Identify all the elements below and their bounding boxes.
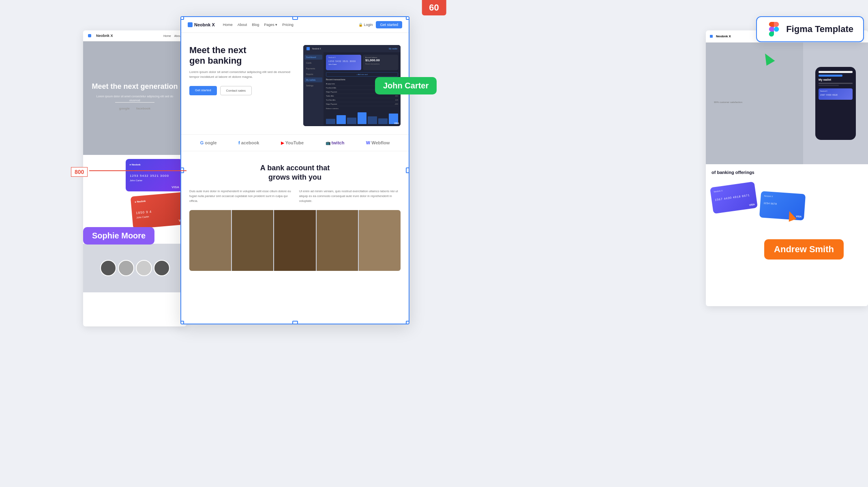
face-2 [232, 210, 274, 271]
visa-rf: VISA [749, 203, 755, 206]
right-frame: Neobnk X Home About Pages ▾ Pricing Get … [706, 30, 868, 306]
figma-badge-text: Figma Template [786, 24, 853, 34]
rf-phone: My wallet Neobnk X 1567 4430 4918 [815, 67, 856, 140]
db-sidebar-wallet: My wallets [304, 77, 322, 82]
hero-heading: Meet the next gen banking [189, 45, 299, 67]
hero-left: Meet the next gen banking Lorem ipsum do… [189, 45, 299, 126]
figma-icon [767, 22, 781, 36]
login-link[interactable]: 🔒 Login [358, 23, 373, 27]
handle-tm[interactable] [292, 16, 298, 20]
db-card-row: Neobnk X 1253 5432 3521 3000 John Carter… [326, 55, 398, 70]
handle-mr[interactable] [406, 167, 409, 173]
person-3 [136, 260, 152, 276]
card-logo-2: ▸ Neobnk [135, 196, 184, 203]
left-frame-cards: ▸ Neobnk 1253 5432 3521 3000 John Carter… [83, 155, 186, 231]
db-chart [326, 109, 398, 125]
rf-logo-icon [710, 35, 713, 38]
card-name: John Carter [130, 179, 178, 182]
left-frame-hero: Meet the next generation Lorem ipsum dol… [83, 41, 186, 155]
db-sidebar-payments: Payments [304, 66, 322, 71]
visa-label: VISA [171, 185, 179, 189]
rf-card-2: Neobnk X 1234 5678 VISA [759, 191, 806, 221]
logo-icon [188, 22, 193, 27]
handle-bm[interactable] [292, 321, 298, 324]
left-frame: Neobnk X Home About Meet the next genera… [83, 30, 186, 326]
bank-section: A bank account that grows with you Duis … [181, 151, 409, 283]
left-frame-team [83, 244, 186, 292]
left-frame-nav: Neobnk X Home About [83, 30, 186, 41]
bar-5 [368, 116, 377, 124]
main-nav-links: Home About Blog Pages ▾ Pricing [223, 23, 294, 27]
face-1 [189, 210, 231, 271]
figma-badge: Figma Template [756, 16, 864, 42]
handle-bl[interactable] [180, 321, 184, 324]
card-logo: ▸ Neobnk [130, 163, 178, 166]
rf-card-num: 1567 4430 4918 8671 [715, 193, 753, 202]
main-nav-right: 🔒 Login Get started [358, 21, 402, 28]
left-frame-logo: Neobnk X [96, 34, 113, 38]
handle-tr[interactable] [406, 16, 409, 20]
logo-webflow: WWebflow [366, 140, 390, 145]
sophie-moore-badge: Sophie Moore [83, 227, 154, 245]
db-header: Neobnk X My wallet [303, 45, 401, 52]
rf-hero: 99% customer satisfaction My wallet Neob… [706, 43, 868, 164]
bar-4 [358, 112, 367, 124]
hero-cta-primary[interactable]: Get started [189, 86, 217, 95]
bank-heading: A bank account that grows with you [189, 163, 401, 182]
left-frame-nav-links: Home About [163, 34, 182, 37]
hero-buttons: Get started Contact sales [189, 86, 299, 95]
left-card-2: ▸ Neobnk 1850 9 4 John Carter VISA [131, 192, 186, 229]
hero-description: Lorem ipsum dolor sit amet consectetur a… [189, 70, 299, 79]
logo-google: Google [200, 140, 217, 145]
tx-6: Stripe Payment+$80 [326, 102, 398, 106]
bar-3 [347, 118, 356, 124]
team-image [189, 210, 401, 271]
rf-logo-text: Neobnk X [716, 34, 731, 38]
rf-heading: of banking offerings [712, 170, 862, 175]
db-sidebar-reports: Reports [304, 72, 322, 77]
main-frame: Neobnk X Home About Blog Pages ▾ Pricing… [180, 16, 409, 324]
logo-youtube: ▶YouTube [281, 140, 304, 145]
rf-hero-right: My wallet Neobnk X 1567 4430 4918 [803, 43, 868, 164]
face-3 [274, 210, 316, 271]
left-frame-logos: google facebook [115, 102, 154, 114]
rf-hero-left: 99% customer satisfaction [706, 43, 803, 164]
handle-tl[interactable] [180, 16, 184, 20]
left-hero-heading: Meet the next generation [92, 82, 178, 91]
db-sidebar-settings: Settings [304, 83, 322, 88]
db-sidebar-dashboard: Dashboard [304, 55, 322, 60]
andrew-smith-badge: Andrew Smith [764, 239, 844, 260]
rf-card-1: Neobnk X 1567 4430 4918 8671 VISA [710, 182, 758, 214]
hero-cta-secondary[interactable]: Contact sales [220, 86, 252, 95]
db-sidebar-cards: Cards [304, 60, 322, 65]
top-badge: 60 [422, 0, 446, 15]
ruler-line [89, 170, 186, 171]
db-logo [306, 47, 310, 50]
bar-2 [336, 115, 346, 124]
person-4 [154, 260, 170, 276]
tx-4: Twitter Ads-$15 [326, 94, 398, 98]
person-2 [118, 260, 134, 276]
add-new-card: + Add new card [326, 72, 398, 77]
card-number: 1253 5432 3521 3000 [130, 174, 178, 178]
ruler-label: 800 [71, 167, 88, 177]
get-started-btn[interactable]: Get started [376, 21, 402, 28]
bank-col-2: Ut enim ad minim veniam, quis nostrud ex… [299, 189, 401, 204]
main-hero: Meet the next gen banking Lorem ipsum do… [181, 33, 409, 134]
db-sidebar: Dashboard Cards Payments Reports My wall… [303, 52, 324, 125]
handle-br[interactable] [406, 321, 409, 324]
team-people [100, 260, 170, 276]
visa-rf-2: VISA [796, 215, 802, 218]
left-hero-text: Lorem ipsum dolor sit amet consectetur a… [91, 94, 178, 103]
main-logos-bar: Google facebook ▶YouTube 📺twitch WWebflo… [181, 134, 409, 151]
tx-5: YouTube Ads-$28 [326, 98, 398, 102]
canvas: 60 800 Neobnk X Home About Meet the next… [0, 0, 868, 487]
bank-col-1: Duis aute irure dolor in reprehenderit i… [189, 189, 293, 204]
db-balance-box: Account balance $1,000.00 Recent transac… [363, 55, 398, 70]
john-carter-badge: John Carter [375, 77, 437, 94]
db-blue-card: Neobnk X 1253 5432 3521 3000 John Carter… [326, 55, 361, 70]
logo-facebook: facebook [238, 140, 259, 145]
logo-twitch: 📺twitch [326, 140, 345, 145]
bank-cols: Duis aute irure dolor in reprehenderit i… [189, 189, 401, 204]
logo-google: google [119, 107, 130, 110]
